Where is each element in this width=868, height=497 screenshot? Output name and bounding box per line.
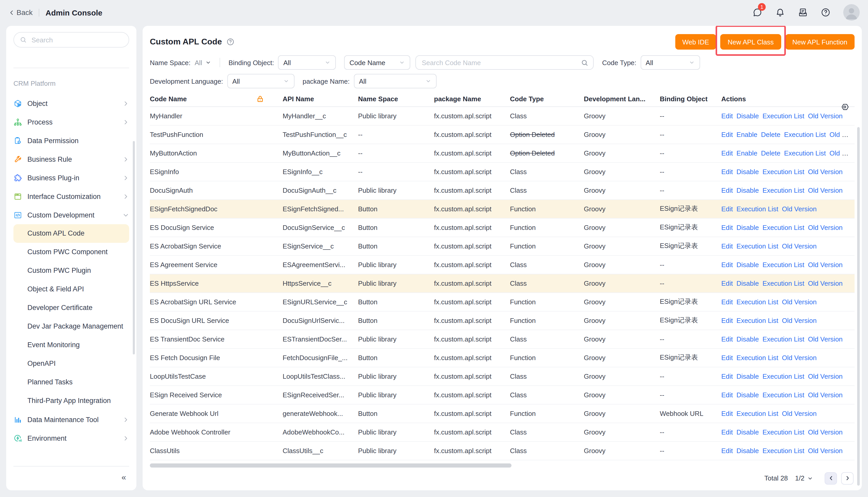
sidebar-item-object-field-api[interactable]: Object & Field API <box>13 280 129 299</box>
sidebar-item-object[interactable]: Object <box>13 94 129 113</box>
action-disable[interactable]: Disable <box>737 428 759 436</box>
action-old-version[interactable]: Old Version <box>808 335 842 343</box>
col-code-name[interactable]: Code Name <box>150 92 283 106</box>
action-old-version[interactable]: Old Version <box>808 391 842 399</box>
horizontal-scrollbar[interactable] <box>150 463 512 467</box>
new-apl-class-button[interactable]: New APL Class <box>721 34 781 49</box>
sidebar-item-business-rule[interactable]: Business Rule <box>13 150 129 168</box>
action-old-version[interactable]: Old Version <box>808 261 842 268</box>
action-delete[interactable]: Delete <box>761 130 780 138</box>
action-edit[interactable]: Edit <box>721 205 733 213</box>
vertical-scrollbar[interactable] <box>857 127 860 486</box>
action-disable[interactable]: Disable <box>737 261 759 268</box>
action-execution-list[interactable]: Execution List <box>763 261 805 268</box>
sidebar-item-data-permission[interactable]: Data Permission <box>13 131 129 150</box>
action-edit[interactable]: Edit <box>721 335 733 343</box>
action-execution-list[interactable]: Execution List <box>763 186 805 194</box>
sidebar-scrollbar[interactable] <box>133 141 135 354</box>
action-old-version[interactable]: Old Version <box>808 372 842 380</box>
action-edit[interactable]: Edit <box>721 130 733 138</box>
action-old-version[interactable]: Old Version <box>808 186 842 194</box>
action-execution-list[interactable]: Execution List <box>737 354 778 361</box>
action-enable[interactable]: Enable <box>737 149 757 157</box>
sidebar-item-event-monitoring[interactable]: Event Monitoring <box>13 336 129 354</box>
action-edit[interactable]: Edit <box>721 409 733 417</box>
action-old-version[interactable]: Old Version <box>782 242 816 250</box>
action-edit[interactable]: Edit <box>721 446 733 454</box>
code-field-select[interactable]: Code Name <box>344 55 411 70</box>
sidebar-search[interactable] <box>13 32 129 47</box>
action-edit[interactable]: Edit <box>721 224 733 231</box>
action-old-version[interactable]: Old Version <box>808 446 842 454</box>
action-execution-list[interactable]: Execution List <box>763 391 805 399</box>
action-disable[interactable]: Disable <box>737 186 759 194</box>
action-edit[interactable]: Edit <box>721 261 733 268</box>
code-type-select[interactable]: All <box>640 55 700 70</box>
col-name-space[interactable]: Name Space <box>358 92 434 106</box>
col-binding-object[interactable]: Binding Object <box>660 92 721 106</box>
action-old-version[interactable]: Old Version <box>782 409 816 417</box>
action-enable[interactable]: Enable <box>737 130 757 138</box>
new-apl-function-button[interactable]: New APL Function <box>785 34 855 49</box>
prev-page-button[interactable] <box>825 472 837 484</box>
sidebar-item-custom-pwc-plugin[interactable]: Custom PWC Plugin <box>13 261 129 280</box>
action-old-version[interactable]: Old Version <box>808 168 842 175</box>
action-execution-list[interactable]: Execution List <box>737 298 778 306</box>
sidebar-item-business-plug-in[interactable]: Business Plug-in <box>13 168 129 187</box>
action-disable[interactable]: Disable <box>737 224 759 231</box>
inbox-icon[interactable] <box>798 7 808 17</box>
action-old-version[interactable]: Old Version <box>808 428 842 436</box>
code-search-input[interactable] <box>421 58 581 67</box>
action-execution-list[interactable]: Execution List <box>763 168 805 175</box>
action-old-version[interactable]: Old Version <box>808 112 842 119</box>
sidebar-item-third-party-app-integration[interactable]: Third-Party App Integration <box>13 392 129 410</box>
action-execution-list[interactable]: Execution List <box>784 149 826 157</box>
sidebar-item-custom-development[interactable]: Custom Development <box>13 205 129 224</box>
action-execution-list[interactable]: Execution List <box>737 205 778 213</box>
search-icon[interactable] <box>581 59 589 66</box>
web-ide-button[interactable]: Web IDE <box>675 34 716 49</box>
sidebar-item-process[interactable]: Process <box>13 113 129 131</box>
back-button[interactable]: Back <box>8 8 32 16</box>
action-execution-list[interactable]: Execution List <box>763 224 805 231</box>
action-disable[interactable]: Disable <box>737 279 759 287</box>
action-execution-list[interactable]: Execution List <box>763 335 805 343</box>
action-old-version[interactable]: Old Version <box>782 205 816 213</box>
package-name-select[interactable]: All <box>354 74 436 88</box>
action-execution-list[interactable]: Execution List <box>763 372 805 380</box>
action-edit[interactable]: Edit <box>721 242 733 250</box>
action-disable[interactable]: Disable <box>737 168 759 175</box>
action-disable[interactable]: Disable <box>737 391 759 399</box>
action-execution-list[interactable]: Execution List <box>763 446 805 454</box>
action-execution-list[interactable]: Execution List <box>763 428 805 436</box>
action-execution-list[interactable]: Execution List <box>763 279 805 287</box>
action-edit[interactable]: Edit <box>721 186 733 194</box>
action-execution-list[interactable]: Execution List <box>737 409 778 417</box>
col-code-type[interactable]: Code Type <box>510 92 584 106</box>
action-edit[interactable]: Edit <box>721 316 733 324</box>
action-edit[interactable]: Edit <box>721 428 733 436</box>
action-execution-list[interactable]: Execution List <box>784 130 826 138</box>
action-execution-list[interactable]: Execution List <box>737 316 778 324</box>
collapse-sidebar-button[interactable]: « <box>13 467 129 490</box>
sidebar-item-openapi[interactable]: OpenAPI <box>13 354 129 373</box>
action-edit[interactable]: Edit <box>721 279 733 287</box>
sidebar-item-custom-pwc-component[interactable]: Custom PWC Component <box>13 243 129 261</box>
next-page-button[interactable] <box>841 472 854 484</box>
action-old-version[interactable]: Old Version <box>782 298 816 306</box>
bell-icon[interactable] <box>775 7 785 17</box>
col-package-name[interactable]: package Name <box>434 92 510 106</box>
action-disable[interactable]: Disable <box>737 446 759 454</box>
action-edit[interactable]: Edit <box>721 298 733 306</box>
action-edit[interactable]: Edit <box>721 112 733 119</box>
action-edit[interactable]: Edit <box>721 168 733 175</box>
page-selector[interactable]: 1/2 <box>795 474 813 482</box>
name-space-select[interactable]: All <box>195 59 212 66</box>
sidebar-item-data-maintenance-tool[interactable]: Data Maintenance Tool <box>13 410 129 429</box>
help-icon[interactable] <box>821 7 831 17</box>
action-old-version[interactable]: Old Version <box>808 224 842 231</box>
col-development-language[interactable]: Development Lan... <box>584 92 660 106</box>
action-old-version[interactable]: Old Version <box>808 279 842 287</box>
sidebar-search-input[interactable] <box>30 36 124 44</box>
avatar[interactable] <box>843 4 860 21</box>
